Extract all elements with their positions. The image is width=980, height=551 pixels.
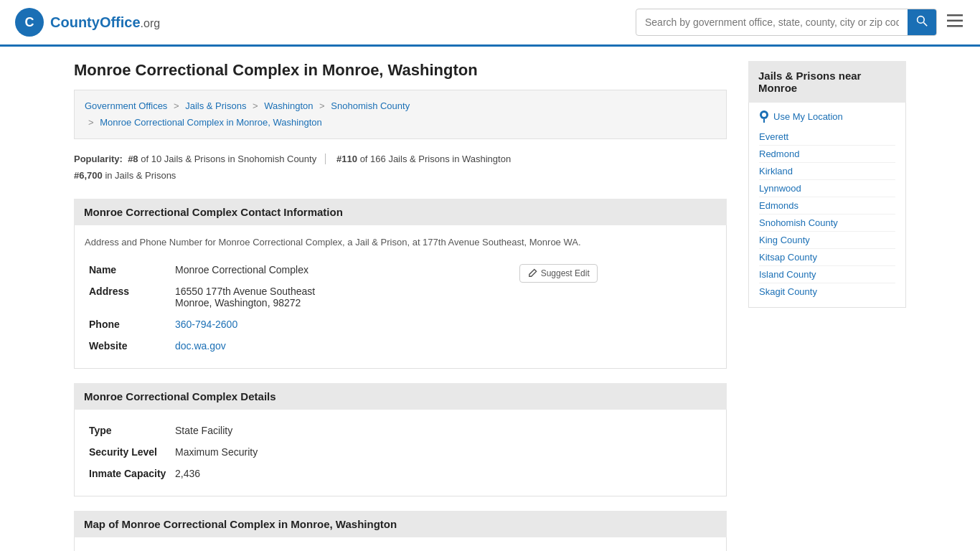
- popularity-rank3-text: in Jails & Prisons: [105, 170, 176, 181]
- svg-point-8: [762, 113, 766, 117]
- sidebar-link[interactable]: Skagit County: [759, 283, 895, 300]
- sidebar-link[interactable]: Lynnwood: [759, 180, 895, 197]
- use-my-location-link[interactable]: Use My Location: [759, 110, 895, 123]
- contact-desc: Address and Phone Number for Monroe Corr…: [85, 235, 716, 250]
- name-value: Monroe Correctional Complex: [171, 259, 515, 281]
- sidebar-link[interactable]: Everett: [759, 128, 895, 146]
- contact-section: Monroe Correctional Complex Contact Info…: [74, 199, 727, 369]
- popularity-bar: Popularity: #8 of 10 Jails & Prisons in …: [74, 151, 727, 184]
- contact-section-body: Address and Phone Number for Monroe Corr…: [74, 225, 727, 369]
- details-section-body: Type State Facility Security Level Maxim…: [74, 410, 727, 496]
- capacity-value: 2,436: [171, 463, 716, 484]
- popularity-rank2-text: of 166 Jails & Prisons in Washington: [360, 154, 512, 164]
- popularity-rank3: #6,700: [74, 170, 103, 181]
- details-section: Monroe Correctional Complex Details Type…: [74, 383, 727, 496]
- popularity-rank1: #8: [128, 154, 138, 164]
- popularity-label: Popularity:: [74, 154, 123, 164]
- location-pin-icon: [759, 110, 769, 123]
- website-link[interactable]: doc.wa.gov: [175, 340, 226, 352]
- svg-rect-4: [947, 14, 963, 17]
- map-section-header: Map of Monroe Correctional Complex in Mo…: [74, 511, 727, 537]
- website-label: Website: [85, 335, 171, 357]
- map-section-body: View map of Monroe Correctional Complex,…: [74, 537, 727, 551]
- details-section-header: Monroe Correctional Complex Details: [74, 383, 727, 410]
- contact-info-table: Name Monroe Correctional Complex Suggest…: [85, 259, 716, 357]
- phone-value: 360-794-2600: [171, 314, 515, 335]
- type-value: State Facility: [171, 420, 716, 441]
- popularity-rank1-text: of 10 Jails & Prisons in Snohomish Count…: [141, 154, 316, 164]
- breadcrumb-sep-4: >: [88, 117, 94, 128]
- map-desc: View map of Monroe Correctional Complex,…: [85, 547, 716, 551]
- hamburger-icon: [947, 14, 963, 27]
- breadcrumb-link-washington[interactable]: Washington: [264, 100, 313, 111]
- edit-icon: [527, 268, 537, 278]
- sidebar-link[interactable]: King County: [759, 232, 895, 249]
- sidebar-body: Use My Location EverettRedmondKirklandLy…: [748, 103, 906, 308]
- breadcrumb-sep-3: >: [319, 100, 325, 111]
- search-icon: [916, 15, 928, 27]
- sidebar-link[interactable]: Edmonds: [759, 197, 895, 215]
- site-header: C CountyOffice.org: [0, 0, 980, 47]
- address-label: Address: [85, 281, 171, 314]
- sidebar-header: Jails & Prisons near Monroe: [748, 61, 906, 103]
- address-value: 16550 177th Avenue Southeast Monroe, Was…: [171, 281, 515, 314]
- svg-line-3: [923, 22, 927, 26]
- svg-rect-6: [947, 25, 963, 27]
- sidebar-link[interactable]: Kirkland: [759, 163, 895, 180]
- search-form: [636, 9, 937, 36]
- breadcrumb-sep-1: >: [174, 100, 179, 111]
- table-row: Security Level Maximum Security: [85, 441, 716, 463]
- sidebar: Jails & Prisons near Monroe Use My Locat…: [748, 61, 906, 551]
- details-info-table: Type State Facility Security Level Maxim…: [85, 420, 716, 484]
- sidebar-link[interactable]: Redmond: [759, 146, 895, 163]
- sidebar-link[interactable]: Island County: [759, 266, 895, 283]
- name-label: Name: [85, 259, 171, 281]
- security-label: Security Level: [85, 441, 171, 463]
- table-row: Inmate Capacity 2,436: [85, 463, 716, 484]
- phone-label: Phone: [85, 314, 171, 335]
- sidebar-link[interactable]: Snohomish County: [759, 215, 895, 232]
- breadcrumb-link-snohomish[interactable]: Snohomish County: [331, 100, 410, 111]
- security-value: Maximum Security: [171, 441, 716, 463]
- sidebar-links: EverettRedmondKirklandLynnwoodEdmondsSno…: [759, 128, 895, 300]
- breadcrumb-link-gov[interactable]: Government Offices: [85, 100, 167, 111]
- map-section: Map of Monroe Correctional Complex in Mo…: [74, 511, 727, 551]
- svg-point-2: [918, 17, 925, 24]
- svg-rect-5: [947, 20, 963, 22]
- hamburger-menu-button[interactable]: [944, 10, 966, 34]
- breadcrumb-link-current[interactable]: Monroe Correctional Complex in Monroe, W…: [100, 117, 322, 128]
- search-input[interactable]: [636, 11, 908, 34]
- use-my-location-label: Use My Location: [773, 111, 843, 122]
- website-value: doc.wa.gov: [171, 335, 515, 357]
- logo-icon: C: [14, 7, 44, 37]
- breadcrumb-link-jails[interactable]: Jails & Prisons: [185, 100, 246, 111]
- capacity-label: Inmate Capacity: [85, 463, 171, 484]
- content-area: Monroe Correctional Complex in Monroe, W…: [74, 61, 727, 551]
- svg-text:C: C: [25, 15, 34, 29]
- main-container: Monroe Correctional Complex in Monroe, W…: [60, 47, 920, 551]
- breadcrumb: Government Offices > Jails & Prisons > W…: [74, 90, 727, 139]
- page-title: Monroe Correctional Complex in Monroe, W…: [74, 61, 727, 80]
- phone-link[interactable]: 360-794-2600: [175, 319, 237, 330]
- search-button[interactable]: [908, 9, 936, 35]
- logo-area: C CountyOffice.org: [14, 7, 160, 37]
- contact-section-header: Monroe Correctional Complex Contact Info…: [74, 199, 727, 225]
- sidebar-link[interactable]: Kitsap County: [759, 249, 895, 266]
- type-label: Type: [85, 420, 171, 441]
- popularity-rank2: #110: [336, 154, 357, 164]
- suggest-edit-cell: Suggest Edit: [515, 259, 716, 357]
- breadcrumb-sep-2: >: [253, 100, 258, 111]
- logo-text: CountyOffice.org: [50, 14, 160, 31]
- table-row: Type State Facility: [85, 420, 716, 441]
- table-row: Name Monroe Correctional Complex Suggest…: [85, 259, 716, 281]
- header-right: [636, 9, 966, 36]
- suggest-edit-button[interactable]: Suggest Edit: [519, 264, 598, 283]
